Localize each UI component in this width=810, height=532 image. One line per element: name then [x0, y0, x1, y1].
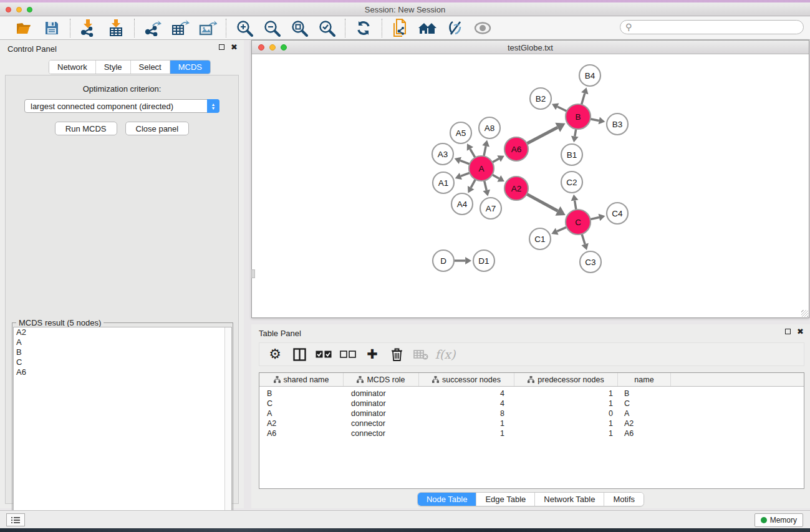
- mcds-result-list[interactable]: A2ABCA6: [13, 327, 232, 531]
- edge-A-A7[interactable]: [485, 180, 487, 190]
- refresh-icon[interactable]: [353, 19, 374, 37]
- zoom-selected-icon[interactable]: [316, 19, 337, 37]
- delete-column-icon[interactable]: [387, 345, 406, 364]
- desktop-strip-bottom: [0, 528, 810, 532]
- node-table[interactable]: shared nameMCDS rolesuccessor nodesprede…: [259, 372, 804, 489]
- result-scrollbar[interactable]: [224, 327, 231, 530]
- clone-network-icon[interactable]: [390, 19, 411, 37]
- edge-A2-C[interactable]: [527, 194, 558, 211]
- edge-A-A2[interactable]: [492, 175, 499, 178]
- memory-button[interactable]: Memory: [755, 513, 803, 527]
- float-table-panel-icon[interactable]: [785, 329, 791, 334]
- tab-mcds[interactable]: MCDS: [170, 60, 210, 74]
- import-table-icon[interactable]: [105, 19, 127, 37]
- graph-node-label: A5: [456, 128, 466, 138]
- open-session-icon[interactable]: [14, 19, 35, 37]
- result-item[interactable]: A: [14, 337, 231, 347]
- export-table-icon[interactable]: [170, 19, 191, 37]
- criterion-dropdown[interactable]: largest connected component (directed) ▲…: [24, 99, 219, 113]
- result-item[interactable]: A2: [14, 327, 231, 337]
- column-header-successor-nodes[interactable]: successor nodes: [419, 373, 514, 386]
- table-panel: Table Panel ✖ ⚙ ✚ f(x) shared nameMCDS r…: [251, 324, 810, 508]
- show-column-panel-icon[interactable]: [290, 345, 309, 364]
- network-window-titlebar[interactable]: testGlobe.txt: [252, 41, 809, 54]
- close-table-panel-icon[interactable]: ✖: [797, 329, 804, 334]
- window-edge-grip[interactable]: [251, 269, 255, 278]
- table-row[interactable]: A2connector11A2: [259, 418, 804, 428]
- table-cell: A: [618, 409, 671, 418]
- export-image-icon[interactable]: [197, 19, 218, 37]
- edge-arrowhead: [571, 195, 579, 201]
- edge-A-A8[interactable]: [484, 146, 486, 156]
- float-panel-icon[interactable]: [219, 44, 224, 50]
- zoom-out-icon[interactable]: [261, 19, 282, 37]
- graph-node-label: B: [575, 112, 581, 122]
- eye-icon[interactable]: [472, 19, 493, 37]
- tab-network-table[interactable]: Network Table: [535, 493, 604, 506]
- tab-node-table[interactable]: Node Table: [418, 493, 477, 506]
- column-header-predecessor-nodes[interactable]: predecessor nodes: [514, 373, 618, 386]
- home-icon[interactable]: [417, 19, 438, 37]
- save-session-icon[interactable]: [41, 19, 62, 37]
- result-item[interactable]: B: [14, 347, 231, 357]
- window-resize-handle[interactable]: [801, 310, 808, 317]
- table-cell: 8: [419, 409, 514, 418]
- tab-edge-table[interactable]: Edge Table: [476, 493, 535, 506]
- edge-A-A6[interactable]: [492, 158, 499, 162]
- tab-select[interactable]: Select: [131, 60, 170, 74]
- function-builder-icon[interactable]: f(x): [436, 345, 455, 364]
- close-panel-icon[interactable]: ✖: [231, 44, 238, 50]
- edge-A-A4[interactable]: [471, 180, 475, 188]
- table-cell: 1: [514, 399, 618, 409]
- graph-node-label: A7: [486, 204, 496, 213]
- create-column-icon[interactable]: ✚: [363, 345, 382, 364]
- table-row[interactable]: Bdominator41B: [259, 389, 804, 399]
- table-cell: 1: [419, 418, 514, 428]
- zoom-in-icon[interactable]: [234, 19, 255, 37]
- zoom-fit-icon[interactable]: [289, 19, 310, 37]
- edge-A-A1[interactable]: [461, 173, 470, 176]
- table-cell: 0: [514, 409, 618, 418]
- close-panel-button[interactable]: Close panel: [125, 122, 190, 135]
- table-cell: connector: [344, 418, 419, 428]
- result-item[interactable]: A6: [14, 367, 231, 377]
- network-graph[interactable]: B4B2BB3A8A5A6A3B1AC2A1A2A4A7C4CC1C3DD1: [252, 55, 809, 317]
- edge-A-A3[interactable]: [460, 160, 470, 164]
- column-header-name[interactable]: name: [618, 373, 671, 386]
- tab-network[interactable]: Network: [49, 60, 96, 74]
- table-row[interactable]: Adominator80A: [259, 409, 804, 418]
- deselect-all-columns-icon[interactable]: [339, 345, 357, 364]
- edge-C-C2[interactable]: [575, 200, 576, 210]
- hide-graphics-icon[interactable]: [445, 19, 466, 37]
- column-header-MCDS-role[interactable]: MCDS role: [344, 373, 419, 386]
- edge-B-B2[interactable]: [557, 107, 567, 111]
- edge-B-B3[interactable]: [591, 119, 599, 121]
- task-history-button[interactable]: [6, 513, 25, 526]
- table-cell: dominator: [344, 389, 419, 399]
- edge-B-B4[interactable]: [582, 94, 585, 105]
- result-item[interactable]: C: [14, 357, 231, 367]
- column-header-shared-name[interactable]: shared name: [259, 373, 344, 386]
- edge-arrowhead: [483, 190, 490, 196]
- select-all-columns-icon[interactable]: [314, 345, 333, 364]
- table-cell: dominator: [344, 399, 419, 409]
- import-network-icon[interactable]: [78, 19, 99, 37]
- graph-node-label: A1: [438, 178, 449, 188]
- search-input[interactable]: [620, 20, 804, 34]
- run-mcds-button[interactable]: Run MCDS: [55, 122, 117, 135]
- edge-C-C1[interactable]: [557, 227, 566, 231]
- edge-B-B1[interactable]: [575, 129, 576, 137]
- tab-motifs[interactable]: Motifs: [604, 493, 644, 506]
- table-row[interactable]: Cdominator41C: [259, 399, 804, 409]
- edge-C-C4[interactable]: [591, 217, 599, 219]
- virtual-column-icon: [357, 376, 364, 383]
- table-cell: B: [618, 389, 671, 399]
- delete-table-icon[interactable]: [412, 345, 430, 364]
- table-row[interactable]: A6connector11A6: [259, 428, 804, 438]
- edge-A-A5[interactable]: [470, 149, 475, 158]
- edge-A6-B[interactable]: [527, 127, 557, 143]
- tab-style[interactable]: Style: [96, 60, 131, 74]
- edge-C-C3[interactable]: [582, 234, 585, 244]
- export-network-icon[interactable]: [142, 19, 163, 37]
- table-settings-gear-icon[interactable]: ⚙: [266, 345, 284, 364]
